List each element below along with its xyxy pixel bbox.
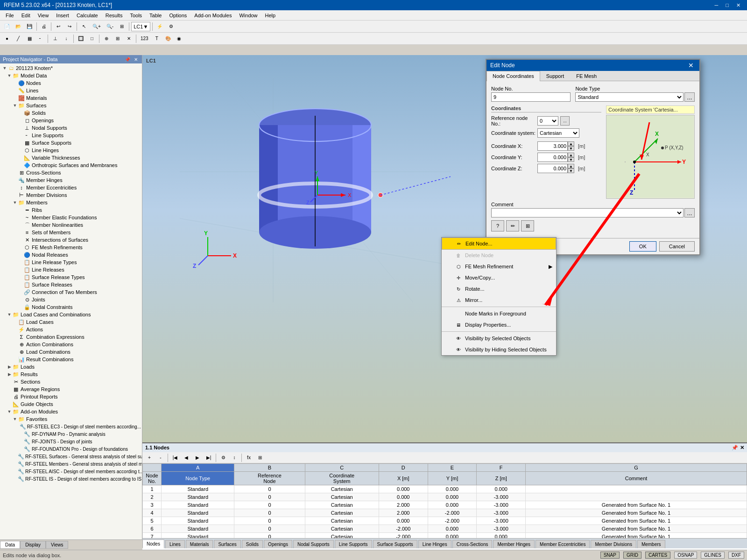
tree-action-comb[interactable]: ⊕Action Combinations bbox=[12, 341, 141, 348]
tab-fe-mesh[interactable]: FE Mesh bbox=[570, 71, 603, 81]
grid-tb-first[interactable]: |◀ bbox=[170, 453, 180, 463]
tree-nodal-releases[interactable]: 🔵Nodal Releases bbox=[18, 251, 141, 259]
tab-solids[interactable]: Solids bbox=[242, 540, 263, 548]
tb2-snap[interactable]: ⊕ bbox=[101, 34, 112, 44]
tree-comb-expr[interactable]: ΣCombination Expressions bbox=[12, 333, 141, 341]
tab-lines[interactable]: Lines bbox=[165, 540, 185, 548]
menu-help[interactable]: Help bbox=[261, 12, 280, 19]
tree-rf-dynam[interactable]: 🔧RF-DYNAM Pro - Dynamic analysis bbox=[18, 430, 141, 438]
tab-openings[interactable]: Openings bbox=[264, 540, 292, 548]
tree-cross-sections[interactable]: ⊞Cross-Sections bbox=[12, 169, 141, 176]
tree-guide[interactable]: 📐Guide Objects bbox=[7, 400, 141, 408]
maximize-btn[interactable]: □ bbox=[723, 1, 732, 9]
ref-node-btn[interactable]: ... bbox=[560, 116, 570, 126]
tree-rf-joints[interactable]: 🔧RF-JOINTS - Design of joints bbox=[18, 438, 141, 445]
tab-line-supports[interactable]: Line Supports bbox=[335, 540, 372, 548]
table-row[interactable]: 3Standard0Cartesian2.0000.000-3.000Gener… bbox=[143, 501, 747, 509]
tree-members[interactable]: ▼📁Members bbox=[12, 199, 141, 206]
close-btn[interactable]: ✕ bbox=[733, 1, 743, 9]
tree-member-nonlin[interactable]: ⌒Member Nonlinearities bbox=[18, 221, 141, 229]
node-type-btn[interactable]: ... bbox=[684, 92, 695, 102]
tree-member-elastic[interactable]: ~Member Elastic Foundations bbox=[18, 214, 141, 221]
tb-undo[interactable]: ↩ bbox=[53, 21, 63, 32]
menu-insert[interactable]: Insert bbox=[52, 12, 73, 19]
coord-x-down[interactable]: ▼ bbox=[568, 146, 574, 151]
comment-input[interactable] bbox=[491, 208, 684, 217]
coord-z-down[interactable]: ▼ bbox=[568, 168, 574, 173]
table-row[interactable]: 4Standard0Cartesian2.000-2.000-3.000Gene… bbox=[143, 509, 747, 517]
tb2-text[interactable]: T bbox=[152, 34, 162, 44]
glines-btn[interactable]: GLINES bbox=[701, 552, 725, 559]
menu-table[interactable]: Table bbox=[146, 12, 165, 19]
grid-tb-del[interactable]: - bbox=[155, 453, 166, 463]
ctx-fe-mesh[interactable]: ⬡ FE Mesh Refinement ▶ bbox=[442, 261, 556, 272]
tree-line-hinges[interactable]: ⬡Line Hinges bbox=[18, 147, 141, 154]
tab-materials[interactable]: Materials bbox=[186, 540, 213, 548]
tb-redo[interactable]: ↪ bbox=[64, 21, 75, 32]
tree-actions[interactable]: ⚡Actions bbox=[12, 326, 141, 333]
tree-openings[interactable]: ◻Openings bbox=[18, 117, 141, 124]
tb2-node[interactable]: ● bbox=[2, 34, 12, 44]
tab-cross-sections[interactable]: Cross-Sections bbox=[452, 540, 493, 548]
tree-member-ecc[interactable]: ↕Member Eccentricities bbox=[12, 184, 141, 191]
tb-zoom-all[interactable]: ⊞ bbox=[117, 21, 127, 32]
table-row[interactable]: 5Standard0Cartesian0.000-2.000-3.000Gene… bbox=[143, 517, 747, 525]
tree-ortho[interactable]: 🔷Orthotropic Surfaces and Membranes bbox=[18, 161, 141, 169]
dialog-close-btn[interactable]: ✕ bbox=[686, 62, 696, 69]
ctx-node-marks[interactable]: Node Marks in Foreground bbox=[442, 308, 556, 319]
tree-nodes[interactable]: 🔵Nodes bbox=[12, 79, 141, 87]
ref-node-select[interactable]: 0 bbox=[537, 116, 558, 126]
tree-line-supports[interactable]: ╴Line Supports bbox=[18, 132, 141, 139]
menu-view[interactable]: View bbox=[34, 12, 53, 19]
grid-btn[interactable]: GRID bbox=[623, 552, 641, 559]
tree-member-hinges[interactable]: 🔩Member Hinges bbox=[12, 176, 141, 184]
ctx-visibility-selected[interactable]: 👁 Visibility by Selected Objects bbox=[442, 333, 556, 344]
tree-surface-supports[interactable]: ▦Surface Supports bbox=[18, 139, 141, 147]
tree-root[interactable]: ▼ 🗂 201123 Knoten* bbox=[1, 64, 141, 72]
osnap-btn[interactable]: OSNAP bbox=[674, 552, 697, 559]
tree-avg-regions[interactable]: ▦Average Regions bbox=[7, 385, 141, 393]
grid-tb-sort[interactable]: ↕ bbox=[229, 453, 240, 463]
coord-z-up[interactable]: ▲ bbox=[568, 164, 574, 168]
tab-member-div[interactable]: Member Divisions bbox=[591, 540, 636, 548]
tree-loads[interactable]: ▶📁Loads bbox=[7, 363, 141, 371]
tree-result-comb[interactable]: 📊Result Combinations bbox=[12, 356, 141, 363]
menu-tools[interactable]: Tools bbox=[126, 12, 146, 19]
tb2-surface[interactable]: ▦ bbox=[24, 34, 35, 44]
tb-new[interactable]: 📄 bbox=[2, 21, 12, 32]
tb-print[interactable]: 🖨 bbox=[39, 21, 49, 32]
cancel-button[interactable]: Cancel bbox=[659, 241, 695, 252]
tree-load-cases[interactable]: ▼ 📁 Load Cases and Combinations bbox=[7, 311, 141, 318]
tree-connection[interactable]: 🔗Connection of Two Members bbox=[18, 288, 141, 296]
tree-printout[interactable]: 🖨Printout Reports bbox=[7, 393, 141, 400]
tb-zoom-out[interactable]: 🔍- bbox=[104, 21, 116, 32]
coord-y-down[interactable]: ▼ bbox=[568, 157, 574, 162]
dxf-btn[interactable]: DXF bbox=[728, 552, 744, 559]
tb-select[interactable]: ↖ bbox=[79, 21, 89, 32]
table-row[interactable]: 1Standard0Cartesian0.0000.0000.000 bbox=[143, 485, 747, 493]
tree-nodal-supports[interactable]: ⊥Nodal Supports bbox=[18, 124, 141, 132]
tab-member-hinges[interactable]: Member Hinges bbox=[493, 540, 535, 548]
tb2-render[interactable]: ◉ bbox=[174, 34, 184, 44]
tb2-color[interactable]: 🎨 bbox=[163, 34, 173, 44]
tb2-view3d[interactable]: 🔲 bbox=[76, 34, 86, 44]
tree-surface-releases[interactable]: 📋Surface Releases bbox=[18, 281, 141, 288]
tree-results[interactable]: ▶📁Results bbox=[7, 371, 141, 378]
tab-nodes[interactable]: Nodes bbox=[142, 539, 164, 548]
coord-y-input[interactable] bbox=[537, 153, 568, 162]
tb-calc[interactable]: ⚡ bbox=[155, 21, 165, 32]
tab-surfaces[interactable]: Surfaces bbox=[214, 540, 240, 548]
ctx-display-props[interactable]: 🖥 Display Properties... bbox=[442, 319, 556, 330]
tb-save[interactable]: 💾 bbox=[24, 21, 35, 32]
tree-fe-refinements[interactable]: ⬡FE Mesh Refinements bbox=[18, 244, 141, 251]
lc-dropdown[interactable]: LC1 ▼ bbox=[131, 22, 150, 31]
tree-surfaces[interactable]: ▼📁Surfaces bbox=[12, 102, 141, 109]
grid-tb-expand[interactable]: ⊞ bbox=[255, 453, 265, 463]
node-type-select[interactable]: Standard bbox=[575, 92, 684, 102]
tree-var-thick[interactable]: 📐Variable Thicknesses bbox=[18, 154, 141, 161]
tree-solids[interactable]: 📦Solids bbox=[18, 109, 141, 117]
ctx-rotate[interactable]: ↻ Rotate... bbox=[442, 283, 556, 294]
tb2-grid[interactable]: ⊞ bbox=[113, 34, 123, 44]
tb-settings[interactable]: ⚙ bbox=[166, 21, 176, 32]
table-row[interactable]: 7Standard0Cartesian-2.0000.0000.000Gener… bbox=[143, 533, 747, 539]
